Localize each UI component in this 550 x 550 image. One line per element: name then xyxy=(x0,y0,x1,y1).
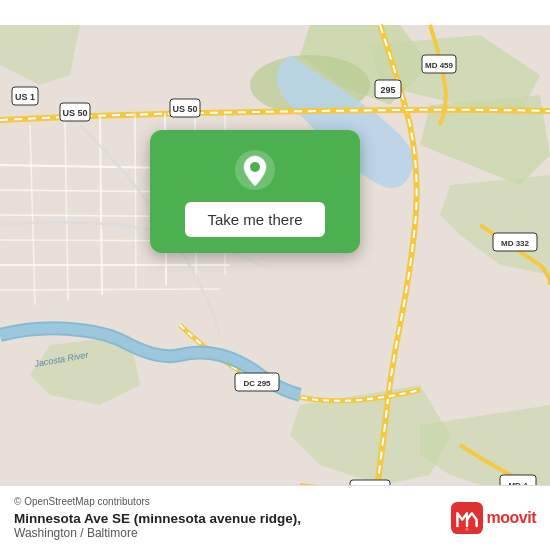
map-container: Jacosta River US 1 US 50 US 50 MD 459 xyxy=(0,0,550,550)
moovit-logo: moovit xyxy=(451,502,536,534)
svg-line-16 xyxy=(0,289,220,290)
svg-text:US 50: US 50 xyxy=(172,104,197,114)
take-me-there-button[interactable]: Take me there xyxy=(185,202,324,237)
osm-copyright: © OpenStreetMap contributors xyxy=(14,496,150,507)
action-card: Take me there xyxy=(150,130,360,253)
svg-text:295: 295 xyxy=(380,85,395,95)
bottom-bar-left: © OpenStreetMap contributors Minnesota A… xyxy=(14,496,301,540)
bottom-bar: © OpenStreetMap contributors Minnesota A… xyxy=(0,485,550,550)
svg-text:MD 459: MD 459 xyxy=(425,61,454,70)
moovit-text: moovit xyxy=(487,509,536,527)
location-title: Minnesota Ave SE (minnesota avenue ridge… xyxy=(14,511,301,526)
map-background: Jacosta River US 1 US 50 US 50 MD 459 xyxy=(0,0,550,550)
location-pin-icon xyxy=(233,148,277,192)
svg-text:US 1: US 1 xyxy=(15,92,35,102)
svg-text:DC 295: DC 295 xyxy=(243,379,271,388)
svg-text:US 50: US 50 xyxy=(62,108,87,118)
svg-point-43 xyxy=(250,162,260,172)
location-subtitle: Washington / Baltimore xyxy=(14,526,301,540)
osm-attribution: © OpenStreetMap contributors xyxy=(14,496,301,507)
svg-text:MD 332: MD 332 xyxy=(501,239,530,248)
svg-line-20 xyxy=(135,113,136,290)
svg-point-45 xyxy=(465,528,468,531)
moovit-m-icon xyxy=(451,502,483,534)
